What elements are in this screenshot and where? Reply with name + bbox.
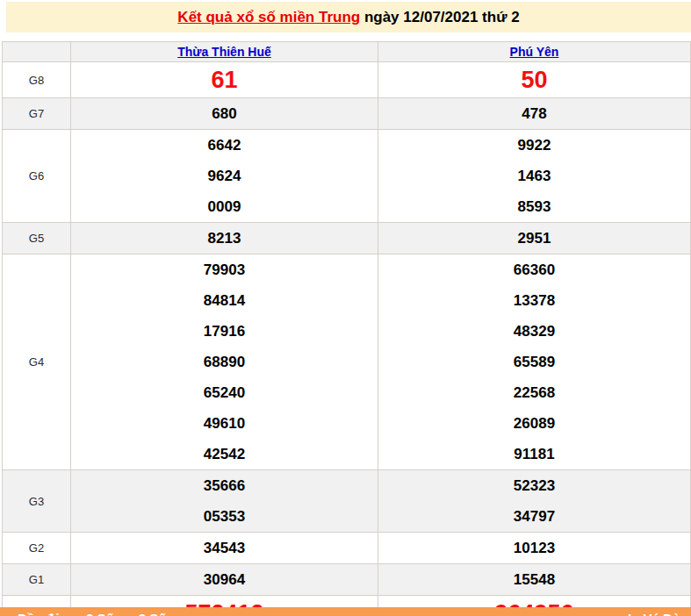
result-number: 30964 [71,564,378,595]
province-header-cell: Phú Yên [378,42,691,62]
prize-values-cell: 2951 [378,223,691,254]
results-body: Thừa Thiên Huế Phú Yên G86150G7680478G66… [3,42,691,616]
prize-label: G3 [3,470,71,533]
footer-tab[interactable]: 3 Số [139,611,167,616]
prize-label: G5 [3,223,71,254]
result-number: 1463 [378,161,690,191]
province-link-thua-thien-hue[interactable]: Thừa Thiên Huế [177,45,271,59]
prize-values-cell: 15548 [378,564,691,596]
result-number: 48329 [378,316,690,347]
result-number: 8593 [378,191,690,222]
result-number: 84814 [71,285,378,316]
result-number: 2951 [378,223,690,254]
prize-label: G8 [3,62,71,98]
prize-label: G7 [3,98,71,130]
result-number: 10123 [378,533,690,563]
footer-tab[interactable]: 2 Số [86,611,114,616]
prize-values-cell: 61 [71,62,378,98]
results-table: Thừa Thiên Huế Phú Yên G86150G7680478G66… [2,41,691,616]
result-number: 0009 [71,191,378,222]
result-number: 91181 [378,439,690,469]
prize-values-cell: 10123 [378,533,691,564]
corner-cell [3,42,71,62]
prize-label: G6 [3,130,71,223]
result-number: 6642 [71,130,378,161]
table-row: G6664296240009992214638593 [3,130,691,223]
table-row: G13096415548 [3,564,691,596]
result-number: 50 [378,62,690,97]
table-row: G23454310123 [3,533,691,564]
result-number: 35666 [71,470,378,501]
result-number: 34543 [71,533,378,563]
result-number: 65589 [378,347,690,377]
result-number: 66360 [378,254,690,285]
province-header-cell: Thừa Thiên Huế [71,42,378,62]
table-row: G335666053535232334797 [3,470,691,533]
prize-values-cell: 680 [71,98,378,130]
prize-label: G1 [3,564,71,596]
column-header-row: Thừa Thiên Huế Phú Yên [3,42,691,62]
prize-values-cell: 50 [378,62,691,98]
result-number: 49610 [71,408,378,439]
result-number: 9624 [71,161,378,191]
result-number: 15548 [378,564,690,595]
prize-values-cell: 79903848141791668890652404961042542 [71,254,378,470]
footer-tab[interactable]: Đầy đủ [18,611,61,616]
result-number: 22568 [378,377,690,408]
result-number: 13378 [378,285,690,316]
prize-values-cell: 992214638593 [378,130,691,223]
result-number: 26089 [378,408,690,439]
prize-values-cell: 34543 [71,533,378,564]
title-date: ngày 12/07/2021 thứ 2 [360,9,519,25]
footer-tabs: Đầy đủ2 Số3 Số [18,610,191,616]
prize-values-cell: 66360133784832965589225682608991181 [378,254,691,470]
result-number: 05353 [71,501,378,532]
result-number: 68890 [71,347,378,377]
lottery-results-page: Kết quả xổ số miền Trung ngày 12/07/2021… [0,0,691,616]
table-row: G582132951 [3,223,691,254]
prize-values-cell: 478 [378,98,691,130]
prize-values-cell: 3566605353 [71,470,378,533]
result-number: 8213 [71,223,378,254]
prize-values-cell: 664296240009 [71,130,378,223]
prize-label: G4 [3,254,71,470]
footer-bar: Đầy đủ2 Số3 Số In Vé Dò [0,607,691,616]
result-number: 9922 [378,130,690,161]
table-row: G479903848141791668890652404961042542663… [3,254,691,470]
prize-values-cell: 8213 [71,223,378,254]
result-number: 61 [71,62,378,97]
result-number: 17916 [71,316,378,347]
result-number: 478 [378,98,690,129]
province-link-phu-yen[interactable]: Phú Yên [510,45,559,59]
result-number: 42542 [71,439,378,469]
result-number: 52323 [378,470,690,501]
table-row: G7680478 [3,98,691,130]
prize-values-cell: 30964 [71,564,378,596]
title-link[interactable]: Kết quả xổ số miền Trung [177,9,360,25]
table-row: G86150 [3,62,691,98]
footer-action-in-ve-do[interactable]: In Vé Dò [628,610,680,616]
result-number: 79903 [71,254,378,285]
result-number: 680 [71,98,378,129]
prize-label: G2 [3,533,71,564]
page-title: Kết quả xổ số miền Trung ngày 12/07/2021… [6,2,691,32]
result-number: 65240 [71,377,378,408]
result-number: 34797 [378,501,690,532]
prize-values-cell: 5232334797 [378,470,691,533]
